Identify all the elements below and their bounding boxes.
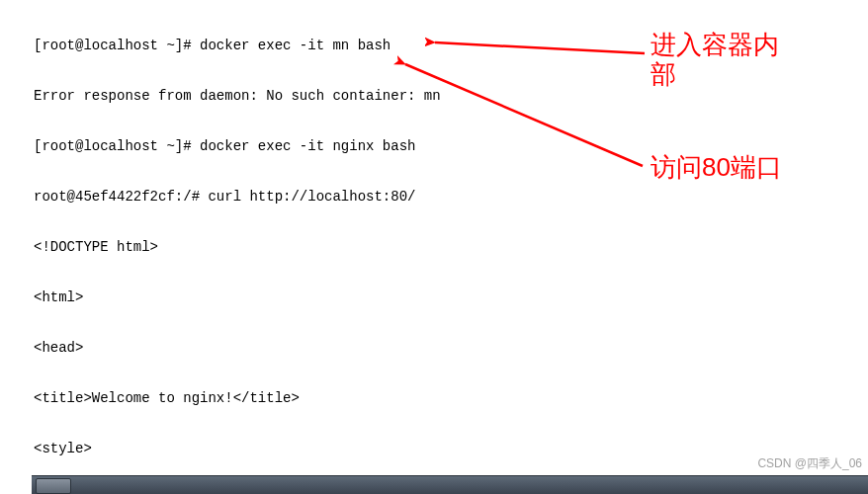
terminal-line: <html> xyxy=(34,289,860,306)
watermark: CSDN @四季人_06 xyxy=(757,455,862,472)
taskbar[interactable] xyxy=(32,475,868,494)
terminal-line: Error response from daemon: No such cont… xyxy=(34,88,860,105)
terminal-line: <style> xyxy=(34,441,860,457)
annotation-enter-container: 进入容器内 部 xyxy=(651,30,838,89)
terminal-line: root@45ef4422f2cf:/# curl http://localho… xyxy=(34,189,860,206)
terminal-line: <head> xyxy=(34,340,860,357)
left-gutter xyxy=(0,0,32,494)
taskbar-item[interactable] xyxy=(36,478,71,494)
terminal-line: <title>Welcome to nginx!</title> xyxy=(34,390,860,407)
annotation-access-port: 访问80端口 xyxy=(651,152,782,182)
terminal-line: <!DOCTYPE html> xyxy=(34,239,860,256)
